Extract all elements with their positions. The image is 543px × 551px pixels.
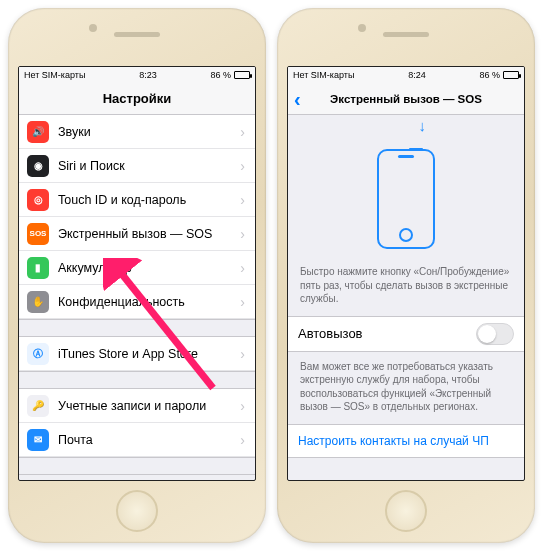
carrier-text: Нет SIM-карты: [24, 70, 85, 80]
settings-row-sos-icon[interactable]: SOSЭкстренный вызов — SOS›: [19, 217, 255, 251]
page-title: Настройки: [103, 91, 172, 106]
back-button[interactable]: ‹: [294, 89, 301, 109]
status-bar: Нет SIM-карты 8:24 86 %: [288, 67, 524, 83]
autocall-row[interactable]: Автовызов: [288, 316, 524, 352]
settings-row-siri-icon[interactable]: ◉Siri и Поиск›: [19, 149, 255, 183]
annotation-arrow: [103, 258, 223, 398]
phone-right: Нет SIM-карты 8:24 86 % ‹ Экстренный выз…: [277, 8, 535, 543]
phone-left: Нет SIM-карты 8:23 86 % Настройки 🔊Звуки…: [8, 8, 266, 543]
chevron-right-icon: ›: [240, 124, 245, 140]
clock: 8:23: [139, 70, 157, 80]
navbar: Настройки: [19, 83, 255, 115]
status-bar: Нет SIM-карты 8:23 86 %: [19, 67, 255, 83]
sos-illustration: ↓: [288, 115, 524, 257]
chevron-right-icon: ›: [240, 432, 245, 448]
row-label: Почта: [58, 433, 231, 447]
svg-line-0: [117, 268, 213, 388]
sounds-icon: 🔊: [27, 121, 49, 143]
chevron-right-icon: ›: [240, 226, 245, 242]
screen-right: Нет SIM-карты 8:24 86 % ‹ Экстренный выз…: [287, 66, 525, 481]
touchid-icon: ◎: [27, 189, 49, 211]
accounts-icon: 🔑: [27, 395, 49, 417]
mini-phone-icon: [377, 149, 435, 249]
navbar: ‹ Экстренный вызов — SOS: [288, 83, 524, 115]
battery-icon: ▮: [27, 257, 49, 279]
configure-contacts-link[interactable]: Настроить контакты на случай ЧП: [288, 424, 524, 458]
chevron-right-icon: ›: [240, 398, 245, 414]
home-button[interactable]: [116, 490, 158, 532]
privacy-icon: ✋: [27, 291, 49, 313]
row-label: Звуки: [58, 125, 231, 139]
group-separator: [19, 457, 255, 475]
chevron-right-icon: ›: [240, 158, 245, 174]
mail-icon: ✉: [27, 429, 49, 451]
battery-pct: 86 %: [210, 70, 231, 80]
battery-icon: [503, 71, 519, 79]
appstore-icon: Ⓐ: [27, 343, 49, 365]
chevron-right-icon: ›: [240, 260, 245, 276]
battery-pct: 86 %: [479, 70, 500, 80]
carrier-text: Нет SIM-карты: [293, 70, 354, 80]
row-label: Экстренный вызов — SOS: [58, 227, 231, 241]
autocall-switch[interactable]: [476, 323, 514, 345]
settings-row-sounds-icon[interactable]: 🔊Звуки›: [19, 115, 255, 149]
hint-text-1: Быстро нажмите кнопку «Сон/Пробуждение» …: [288, 257, 524, 316]
chevron-right-icon: ›: [240, 346, 245, 362]
chevron-right-icon: ›: [240, 192, 245, 208]
clock: 8:24: [408, 70, 426, 80]
siri-icon: ◉: [27, 155, 49, 177]
settings-row-mail-icon[interactable]: ✉Почта›: [19, 423, 255, 457]
page-title: Экстренный вызов — SOS: [330, 93, 482, 105]
hint-text-2: Вам может все же потребоваться указать э…: [288, 352, 524, 424]
home-button[interactable]: [385, 490, 427, 532]
settings-row-touchid-icon[interactable]: ◎Touch ID и код-пароль›: [19, 183, 255, 217]
row-label: Touch ID и код-пароль: [58, 193, 231, 207]
row-label: Siri и Поиск: [58, 159, 231, 173]
battery-icon: [234, 71, 250, 79]
press-arrow-icon: ↓: [419, 117, 427, 134]
chevron-right-icon: ›: [240, 294, 245, 310]
autocall-label: Автовызов: [298, 326, 363, 341]
sos-icon: SOS: [27, 223, 49, 245]
row-label: Учетные записи и пароли: [58, 399, 231, 413]
